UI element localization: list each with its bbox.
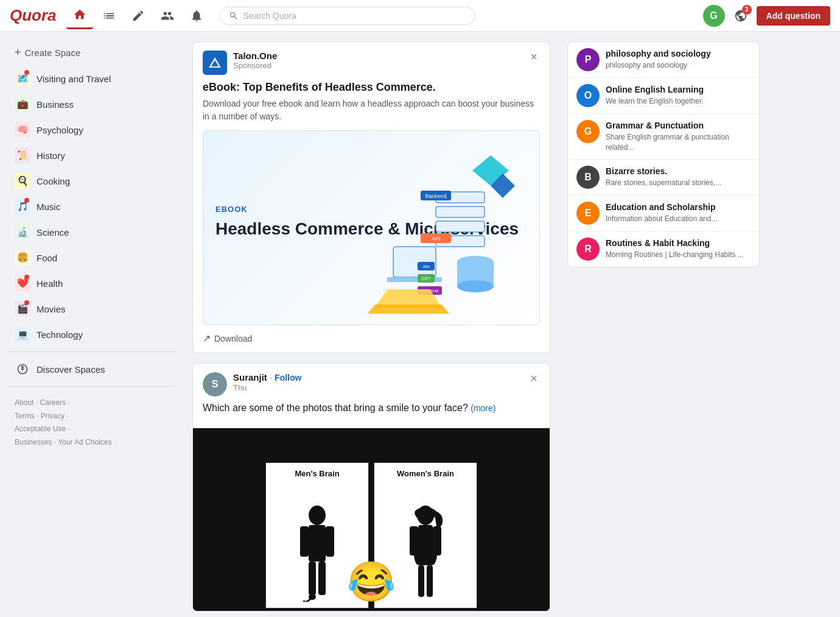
sidebar-item-movies[interactable]: 🎬 Movies bbox=[7, 297, 175, 321]
create-space-label: Create Space bbox=[25, 48, 81, 58]
follow-button[interactable]: Follow bbox=[275, 373, 301, 383]
sidebar-item-food[interactable]: 🍔 Food bbox=[7, 245, 175, 270]
space-item-english[interactable]: O Online English Learning We learn the E… bbox=[568, 78, 759, 114]
space-avatar: P bbox=[576, 48, 600, 71]
sidebar-item-business[interactable]: 💼 Business bbox=[7, 92, 175, 116]
space-desc: We learn the English together. bbox=[606, 96, 751, 107]
space-item-routines[interactable]: R Routines & Habit Hacking Morning Routi… bbox=[568, 231, 759, 267]
sidebar-item-music[interactable]: 🎵 Music bbox=[7, 194, 175, 219]
nav-home-button[interactable] bbox=[66, 2, 93, 29]
nav-groups-button[interactable] bbox=[154, 2, 181, 29]
nav-icons bbox=[66, 2, 210, 29]
discover-spaces-label: Discover Spaces bbox=[37, 364, 105, 375]
svg-text:API: API bbox=[432, 236, 441, 242]
sidebar-item-cooking[interactable]: 🍳 Cooking bbox=[7, 169, 175, 193]
space-item-philosophy[interactable]: P philosophy and sociology philosophy an… bbox=[568, 42, 759, 78]
post-more-link[interactable]: (more) bbox=[471, 403, 495, 413]
sidebar-divider bbox=[7, 351, 175, 352]
space-desc: Morning Routines | Life-changing Habits … bbox=[606, 250, 751, 260]
ad-sponsored-label: Sponsored bbox=[233, 61, 522, 70]
ad-close-button[interactable]: × bbox=[528, 51, 540, 63]
post-meta: Suranjit · Follow Thu bbox=[233, 372, 522, 392]
sidebar-item-history[interactable]: 📜 History bbox=[7, 143, 175, 167]
sidebar-item-science[interactable]: 🔬 Science bbox=[7, 220, 175, 244]
download-label: Download bbox=[214, 334, 252, 344]
footer-acceptable-use-link[interactable]: Acceptable Use bbox=[15, 425, 66, 433]
ad-description: Download your free ebook and learn how a… bbox=[203, 97, 540, 123]
footer-about-link[interactable]: About bbox=[15, 398, 33, 407]
logo[interactable]: Quora bbox=[10, 6, 57, 25]
post-close-button[interactable]: × bbox=[528, 372, 540, 384]
sidebar-item-technology[interactable]: 💻 Technology bbox=[7, 322, 175, 347]
space-name: Education and Scholarship bbox=[606, 202, 751, 213]
add-question-button[interactable]: Add question bbox=[757, 6, 830, 26]
post-author-name: Suranjit bbox=[233, 372, 267, 383]
svg-rect-6 bbox=[436, 221, 485, 232]
female-silhouette bbox=[401, 504, 450, 602]
sidebar-item-label: Health bbox=[37, 278, 63, 289]
discover-spaces-button[interactable]: Discover Spaces bbox=[7, 357, 175, 381]
svg-point-10 bbox=[457, 280, 494, 292]
nav-edit-button[interactable] bbox=[125, 2, 152, 29]
header: Quora Search Quora G 3 Add question bbox=[0, 0, 840, 32]
svg-point-25 bbox=[309, 506, 326, 525]
user-avatar-button[interactable]: G bbox=[703, 5, 725, 27]
space-name: Bizarre stories. bbox=[606, 166, 751, 177]
space-item-education[interactable]: E Education and Scholarship Information … bbox=[568, 196, 759, 231]
ad-image[interactable]: EBOOK Headless Commerce & Microservices bbox=[203, 130, 540, 325]
business-icon: 💼 bbox=[15, 96, 30, 112]
plus-icon: + bbox=[15, 46, 21, 59]
food-icon: 🍔 bbox=[15, 250, 30, 266]
svg-rect-36 bbox=[418, 565, 424, 597]
post-image: Men's Brain bbox=[193, 428, 550, 611]
sidebar-divider-2 bbox=[7, 386, 175, 387]
svg-text:Backend: Backend bbox=[425, 193, 446, 199]
sidebar-item-visiting-travel[interactable]: 🗺️ Visiting and Travel bbox=[7, 66, 175, 91]
space-item-bizarre[interactable]: B Bizarre stories. Rare stories, superna… bbox=[568, 160, 759, 196]
sidebar-item-label: Music bbox=[37, 202, 60, 212]
space-item-grammar[interactable]: G Grammar & Punctuation Share English gr… bbox=[568, 114, 759, 160]
svg-text:GIFT: GIFT bbox=[421, 277, 432, 281]
notification-dot bbox=[24, 300, 29, 305]
sidebar-item-health[interactable]: ❤️ Health bbox=[7, 271, 175, 295]
svg-rect-29 bbox=[309, 562, 316, 595]
science-icon: 🔬 bbox=[15, 224, 30, 240]
space-avatar: E bbox=[576, 202, 600, 225]
footer-terms-link[interactable]: Terms bbox=[15, 412, 35, 420]
right-panel: P philosophy and sociology philosophy an… bbox=[560, 32, 767, 617]
create-space-button[interactable]: + Create Space bbox=[7, 41, 175, 64]
technology-icon: 💻 bbox=[15, 326, 30, 342]
svg-rect-30 bbox=[318, 562, 326, 595]
footer-businesses-link[interactable]: Businesses bbox=[15, 438, 52, 446]
ad-title: eBook: Top Benefits of Headless Commerce… bbox=[203, 81, 540, 94]
footer-ad-choices-link[interactable]: Your Ad Choices bbox=[58, 438, 111, 446]
nav-bell-button[interactable] bbox=[183, 2, 210, 29]
ad-card: Talon.One Sponsored × eBook: Top Benefit… bbox=[192, 41, 550, 353]
ad-card-body: eBook: Top Benefits of Headless Commerce… bbox=[193, 81, 550, 353]
space-name: Grammar & Punctuation bbox=[606, 120, 751, 131]
search-bar[interactable]: Search Quora bbox=[220, 7, 475, 25]
footer-privacy-link[interactable]: Privacy bbox=[41, 412, 65, 420]
brain-left-label: Men's Brain bbox=[295, 469, 339, 478]
post-day: Thu bbox=[233, 383, 522, 392]
brain-right-label: Women's Brain bbox=[397, 469, 454, 478]
spaces-card: P philosophy and sociology philosophy an… bbox=[567, 41, 760, 267]
post-card-header: S Suranjit · Follow Thu × bbox=[193, 364, 550, 403]
globe-button[interactable]: 3 bbox=[730, 5, 752, 27]
sidebar-item-psychology[interactable]: 🧠 Psychology bbox=[7, 118, 175, 142]
notification-badge: 3 bbox=[742, 5, 752, 15]
advertiser-logo bbox=[203, 51, 227, 75]
sidebar-item-label: Visiting and Travel bbox=[37, 74, 111, 84]
space-info: Routines & Habit Hacking Morning Routine… bbox=[606, 238, 751, 260]
header-right: G 3 Add question bbox=[703, 5, 830, 27]
space-desc: philosophy and sociology bbox=[606, 60, 751, 71]
psychology-icon: 🧠 bbox=[15, 122, 30, 138]
download-button[interactable]: ↗ Download bbox=[203, 333, 252, 344]
search-icon bbox=[229, 11, 239, 21]
sidebar: + Create Space 🗺️ Visiting and Travel 💼 … bbox=[0, 32, 183, 617]
space-desc: Share English grammar & punctuation rela… bbox=[606, 132, 751, 153]
cooking-icon: 🍳 bbox=[15, 173, 30, 189]
male-silhouette bbox=[293, 504, 341, 602]
nav-list-button[interactable] bbox=[96, 2, 122, 29]
footer-careers-link[interactable]: Careers bbox=[40, 398, 66, 407]
